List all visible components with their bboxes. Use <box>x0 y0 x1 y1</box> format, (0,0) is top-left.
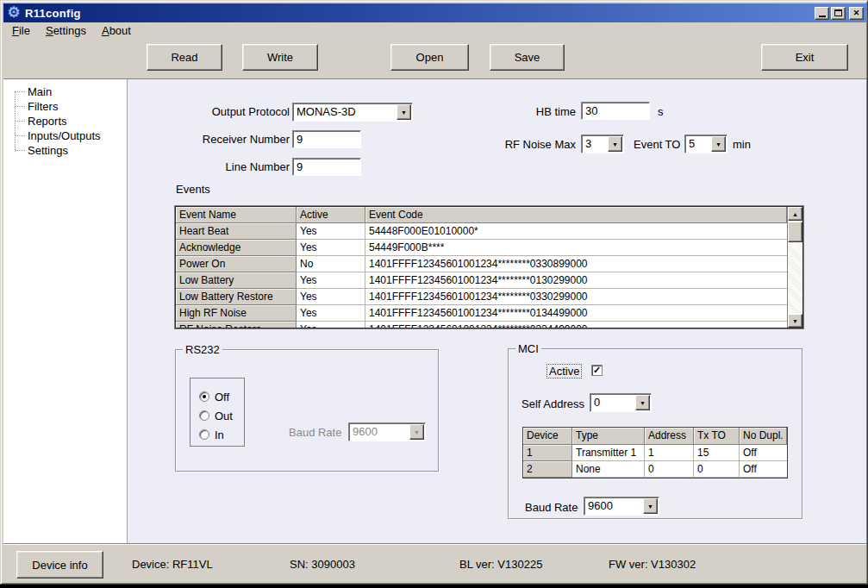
mci-group: MCI Active ✓ Self Address 0 ▼ Device Typ… <box>508 348 802 519</box>
menu-about[interactable]: About <box>95 23 140 39</box>
exit-button[interactable]: Exit <box>761 44 848 71</box>
chevron-down-icon[interactable]: ▼ <box>635 395 650 410</box>
sidebar-item-filters[interactable]: Filters <box>3 99 127 114</box>
sidebar-item-main[interactable]: Main <box>3 84 127 99</box>
column-header[interactable]: Active <box>297 207 365 223</box>
table-row[interactable]: RF Noise Restore Yes 1401FFFF12345601001… <box>176 322 787 328</box>
table-row[interactable]: 1 Transmitter 1 1 15 Off <box>523 445 787 461</box>
menu-file[interactable]: File <box>5 23 39 39</box>
radio-icon <box>199 429 209 440</box>
column-header[interactable]: Address <box>645 428 694 445</box>
menu-bar: File Settings About <box>3 22 866 40</box>
column-header[interactable]: Tx TO <box>694 428 740 445</box>
chevron-down-icon[interactable]: ▼ <box>711 136 726 152</box>
rs232-radio-in[interactable]: In <box>199 428 224 441</box>
firmware-version-text: FW ver: V130302 <box>609 558 696 571</box>
mci-active-label: Active <box>546 364 582 378</box>
client-area: Main Filters Reports Inputs/Outputs Sett… <box>3 78 866 544</box>
events-grid: Event Name Active Event Code Heart Beat … <box>176 207 787 328</box>
rs232-radio-out[interactable]: Out <box>199 410 233 422</box>
rs232-radio-off[interactable]: Off <box>199 391 229 403</box>
receiver-number-input[interactable]: 9 <box>292 130 361 148</box>
mci-device-table: Device Type Address Tx TO No Dupl. 1 Tra… <box>522 427 788 479</box>
bootloader-version-text: BL ver: V130225 <box>459 558 542 571</box>
chevron-down-icon[interactable]: ▼ <box>643 498 658 514</box>
scroll-up-icon[interactable]: ▲ <box>788 207 802 221</box>
output-protocol-select[interactable]: MONAS-3D ▼ <box>292 103 413 122</box>
read-button[interactable]: Read <box>147 44 222 71</box>
write-button[interactable]: Write <box>242 44 318 71</box>
events-scrollbar[interactable]: ▲ ▼ <box>787 207 802 328</box>
app-gear-icon: ⚙ <box>6 5 22 21</box>
radio-icon <box>199 410 209 421</box>
table-row[interactable]: 2 None 0 0 Off <box>523 461 787 478</box>
mci-baud-rate-select[interactable]: 9600 ▼ <box>584 497 659 516</box>
column-header[interactable]: Event Name <box>176 207 297 223</box>
status-bar: Device info Device: RF11VL SN: 3090003 B… <box>3 544 866 583</box>
line-number-label: Line Number <box>192 160 290 173</box>
save-button[interactable]: Save <box>490 44 565 71</box>
event-to-label: Event TO <box>634 138 680 151</box>
event-to-unit: min <box>733 138 751 151</box>
self-address-select[interactable]: 0 ▼ <box>590 393 652 412</box>
sidebar-item-reports[interactable]: Reports <box>3 114 127 128</box>
events-label: Events <box>176 183 210 196</box>
sidebar-item-inputs-outputs[interactable]: Inputs/Outputs <box>3 128 127 143</box>
scroll-down-icon[interactable]: ▼ <box>788 314 802 328</box>
scrollbar-thumb[interactable] <box>788 222 802 242</box>
maximize-icon <box>834 9 842 16</box>
maximize-button[interactable] <box>831 7 846 20</box>
serial-number-text: SN: 3090003 <box>290 558 355 571</box>
menu-settings[interactable]: Settings <box>39 23 95 39</box>
events-table: Event Name Active Event Code Heart Beat … <box>175 206 803 328</box>
chevron-down-icon[interactable]: ▼ <box>608 136 622 152</box>
open-button[interactable]: Open <box>390 44 469 71</box>
rs232-baud-rate-select: 9600 ▼ <box>348 422 426 441</box>
rs232-group: RS232 Off Out In Baud Rate <box>175 349 439 472</box>
title-bar: ⚙ R11config ✕ <box>3 3 866 22</box>
sidebar-item-settings[interactable]: Settings <box>3 143 127 158</box>
close-icon: ✕ <box>853 9 860 17</box>
toolbar: Read Write Open Save Exit <box>3 40 866 78</box>
hb-time-unit: s <box>658 105 664 118</box>
app-window: ⚙ R11config ✕ File Settings About Read W… <box>0 0 868 585</box>
table-row[interactable]: Acknowledge Yes 54449F000B**** <box>176 240 787 256</box>
device-name-text: Device: RF11VL <box>132 558 213 571</box>
mci-baud-rate-label: Baud Rate <box>525 501 578 514</box>
column-header[interactable]: No Dupl. <box>740 428 787 445</box>
minimize-button[interactable] <box>815 7 829 20</box>
table-row[interactable]: Power On No 1401FFFF12345601001234******… <box>176 256 787 272</box>
table-row[interactable]: Low Battery Yes 1401FFFF12345601001234**… <box>176 272 787 289</box>
rs232-mode-box: Off Out In <box>190 378 245 447</box>
hb-time-input[interactable]: 30 <box>581 102 650 120</box>
rs232-baud-rate-label: Baud Rate <box>289 426 341 439</box>
self-address-label: Self Address <box>521 397 584 410</box>
check-icon: ✓ <box>593 365 601 375</box>
table-row[interactable]: Low Battery Restore Yes 1401FFFF12345601… <box>176 289 787 305</box>
rf-noise-max-label: RF Noise Max <box>498 138 576 151</box>
line-number-input[interactable]: 9 <box>292 158 361 176</box>
device-info-button[interactable]: Device info <box>16 551 103 579</box>
nav-tree: Main Filters Reports Inputs/Outputs Sett… <box>3 79 128 544</box>
table-row[interactable]: High RF Noise Yes 1401FFFF12345601001234… <box>176 305 787 322</box>
table-row[interactable]: Heart Beat Yes 54448F000E01010000* <box>176 223 787 240</box>
chevron-down-icon[interactable]: ▼ <box>397 104 411 120</box>
close-button[interactable]: ✕ <box>849 7 864 20</box>
hb-time-label: HB time <box>498 105 576 118</box>
chevron-down-icon: ▼ <box>409 424 424 440</box>
window-title: R11config <box>25 7 815 20</box>
mci-active-checkbox[interactable]: ✓ <box>591 365 603 376</box>
minimize-icon <box>819 16 826 17</box>
column-header[interactable]: Event Code <box>365 207 787 223</box>
receiver-number-label: Receiver Number <box>192 133 290 146</box>
column-header[interactable]: Type <box>572 428 645 445</box>
mci-group-title: MCI <box>515 342 541 355</box>
output-protocol-label: Output Protocol <box>192 105 290 118</box>
events-header-row: Event Name Active Event Code <box>176 207 787 223</box>
radio-icon <box>199 391 209 402</box>
event-to-select[interactable]: 5 ▼ <box>684 134 727 153</box>
column-header[interactable]: Device <box>523 428 572 445</box>
rf-noise-max-select[interactable]: 3 ▼ <box>581 134 624 153</box>
device-table-header: Device Type Address Tx TO No Dupl. <box>523 428 787 445</box>
rs232-group-title: RS232 <box>183 343 222 356</box>
